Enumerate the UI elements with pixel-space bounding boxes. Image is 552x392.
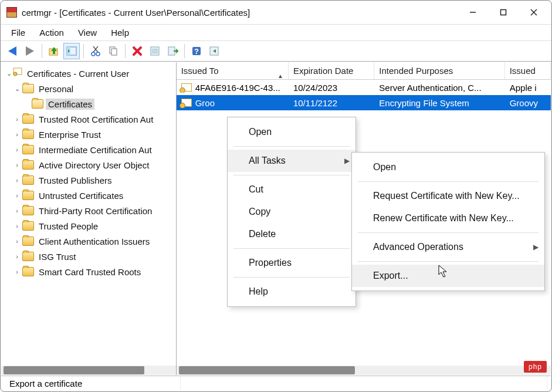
cert-root-icon <box>13 67 25 80</box>
tree-item[interactable]: ›Enterprise Trust <box>4 127 175 142</box>
up-button[interactable] <box>46 43 62 59</box>
folder-open-icon <box>32 99 43 109</box>
ctx-label: Request Certificate with New Key... <box>373 191 520 201</box>
menu-action[interactable]: Action <box>32 26 71 39</box>
tree-item[interactable]: ›Trusted Publishers <box>4 173 175 188</box>
ctx-label: Delete <box>249 229 276 239</box>
table-row[interactable]: 4FA6E916-419C-43... 10/24/2023 Server Au… <box>177 80 551 95</box>
show-hide-tree-button[interactable] <box>63 43 80 59</box>
properties-button[interactable] <box>147 43 163 59</box>
tree-item[interactable]: ›Client Authentication Issuers <box>4 234 175 249</box>
certificate-icon <box>181 99 192 107</box>
copy-button[interactable] <box>105 43 121 59</box>
col-purposes[interactable]: Intended Purposes <box>374 62 504 79</box>
table-row[interactable]: Groo 10/11/2122 Encrypting File System G… <box>177 95 551 110</box>
tree-view[interactable]: ⌄ Certificates - Current User ⌄ Personal… <box>1 62 176 366</box>
cell-issued-by: Groovy <box>505 98 551 108</box>
minimize-button[interactable] <box>458 1 488 23</box>
help-button[interactable]: ? <box>188 43 205 59</box>
column-headers: Issued To▲ Expiration Date Intended Purp… <box>177 62 551 80</box>
ctx-properties[interactable]: Properties <box>228 252 355 274</box>
tree-label: Smart Card Trusted Roots <box>36 266 143 278</box>
sub-renew-new-key[interactable]: Renew Certificate with New Key... <box>352 207 544 229</box>
ctx-label: Advanced Operations <box>373 242 463 252</box>
close-button[interactable] <box>519 1 549 23</box>
col-issued-to[interactable]: Issued To▲ <box>177 62 289 79</box>
tree-label: Intermediate Certification Aut <box>36 144 154 156</box>
tree-root[interactable]: ⌄ Certificates - Current User <box>4 66 175 81</box>
expander-icon[interactable]: ⌄ <box>5 70 13 77</box>
tree-item[interactable]: ›Third-Party Root Certification <box>4 203 175 218</box>
tree-item[interactable]: ›Intermediate Certification Aut <box>4 142 175 157</box>
ctx-label: Open <box>249 127 272 137</box>
expander-icon[interactable]: › <box>13 177 21 184</box>
refresh-button[interactable] <box>206 43 222 59</box>
expander-icon[interactable]: › <box>13 161 21 168</box>
svg-text:?: ? <box>194 47 199 56</box>
folder-open-icon <box>22 84 34 93</box>
maximize-button[interactable] <box>488 1 519 23</box>
list-hscrollbar[interactable] <box>177 366 551 375</box>
watermark-badge: php <box>524 361 547 373</box>
ctx-cut[interactable]: Cut <box>228 178 355 201</box>
tree-certificates[interactable]: Certificates <box>4 96 175 111</box>
expander-icon[interactable]: › <box>13 116 21 123</box>
menu-file[interactable]: File <box>4 26 32 39</box>
sub-open[interactable]: Open <box>352 156 544 178</box>
expander-icon[interactable]: › <box>13 253 21 260</box>
sub-request-new-key[interactable]: Request Certificate with New Key... <box>352 185 544 207</box>
separator <box>125 44 126 58</box>
folder-icon <box>22 160 34 170</box>
separator <box>233 248 350 249</box>
ctx-label: Help <box>249 286 268 297</box>
menubar: File Action View Help <box>1 24 551 40</box>
tree-item[interactable]: ›Smart Card Trusted Roots <box>4 264 175 279</box>
tree-item[interactable]: ›Trusted People <box>4 218 175 234</box>
tree-item[interactable]: ›ISG Trust <box>4 249 175 264</box>
menu-view[interactable]: View <box>71 26 104 39</box>
tree-item[interactable]: ›Trusted Root Certification Aut <box>4 111 175 127</box>
ctx-delete[interactable]: Delete <box>228 223 355 245</box>
expander-icon[interactable]: › <box>13 238 21 245</box>
folder-icon <box>22 252 34 261</box>
export-button[interactable] <box>164 43 181 59</box>
tree-label: Trusted Root Certification Aut <box>36 114 155 125</box>
expander-icon[interactable]: › <box>13 146 21 153</box>
cell-issued-to: Groo <box>195 98 215 108</box>
expander-icon[interactable]: › <box>13 222 21 229</box>
expander-icon[interactable]: › <box>13 131 21 138</box>
delete-button[interactable] <box>129 43 145 59</box>
folder-icon <box>22 236 34 246</box>
tree-personal[interactable]: ⌄ Personal <box>4 81 175 96</box>
ctx-help[interactable]: Help <box>228 281 355 303</box>
separator <box>233 146 350 147</box>
col-expiration[interactable]: Expiration Date <box>289 62 374 79</box>
tree-label: Enterprise Trust <box>36 129 103 140</box>
sub-advanced-operations[interactable]: Advanced Operations▶ <box>352 236 544 258</box>
arrow-left-icon <box>8 46 16 56</box>
expander-icon[interactable]: › <box>13 192 21 199</box>
expander-icon[interactable]: › <box>13 207 21 214</box>
ctx-open[interactable]: Open <box>228 121 355 143</box>
tree-item[interactable]: ›Active Directory User Object <box>4 157 175 173</box>
ctx-all-tasks[interactable]: All Tasks▶ <box>228 150 355 172</box>
separator <box>42 44 42 58</box>
ctx-copy[interactable]: Copy <box>228 201 355 223</box>
cut-button[interactable] <box>87 43 104 59</box>
separator <box>233 277 350 278</box>
menu-help[interactable]: Help <box>104 26 136 39</box>
expander-icon[interactable]: ⌄ <box>13 85 21 93</box>
tree-item[interactable]: ›Untrusted Certificates <box>4 188 175 203</box>
tree-label: Client Authentication Issuers <box>36 236 152 247</box>
forward-button[interactable] <box>22 43 38 59</box>
separator <box>233 175 350 175</box>
back-button[interactable] <box>4 43 21 59</box>
col-issued-by[interactable]: Issued <box>505 62 551 79</box>
tree-hscrollbar[interactable] <box>1 366 176 375</box>
context-submenu: Open Request Certificate with New Key...… <box>351 152 545 291</box>
sub-export[interactable]: Export... <box>352 265 544 287</box>
separator <box>358 232 539 233</box>
col-label: Issued To <box>181 66 219 76</box>
folder-icon <box>22 175 34 185</box>
expander-icon[interactable]: › <box>13 268 21 275</box>
